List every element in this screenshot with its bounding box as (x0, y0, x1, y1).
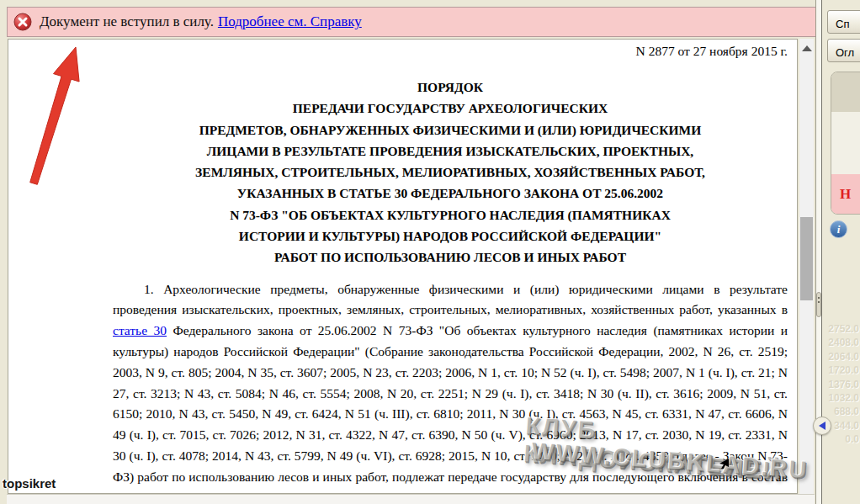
banner-help-link[interactable]: Подробнее см. Справку (218, 13, 362, 30)
document-page: N 2877 от 27 ноября 2015 г. ПОРЯДОК ПЕРЕ… (8, 39, 798, 494)
paragraph-text-before-link: 1. Археологические предметы, обнаруженны… (113, 282, 788, 317)
article-30-link[interactable]: статье 30 (113, 323, 167, 337)
banner-text: Документ не вступил в силу. (40, 13, 214, 30)
info-icon[interactable]: i (830, 220, 847, 238)
paragraph-text-after-link: Федерального закона от 25.06.2002 N 73-Ф… (113, 323, 788, 494)
document-paragraph: 1. Археологические предметы, обнаруженны… (113, 279, 788, 494)
pink-marker-label: Н (840, 186, 851, 203)
section-marker-top[interactable] (831, 72, 860, 112)
legal-document-viewer-window: Документ не вступил в силу. Подробнее см… (0, 0, 860, 504)
toc-button[interactable]: Огл (827, 39, 860, 62)
document-scrollbar[interactable] (799, 39, 814, 494)
section-marker-middle[interactable] (831, 112, 860, 174)
document-number: N 2877 от 27 ноября 2015 г. (113, 44, 788, 59)
not-in-force-banner: Документ не вступил в силу. Подробнее см… (7, 7, 816, 37)
document-content: N 2877 от 27 ноября 2015 г. ПОРЯДОК ПЕРЕ… (8, 44, 797, 494)
section-marker-warning[interactable]: Н (831, 174, 860, 214)
error-x-icon (13, 13, 32, 31)
scroll-up-arrow-icon[interactable] (802, 45, 812, 51)
back-navigation-button[interactable] (813, 416, 831, 435)
document-section-stack: Н (831, 72, 860, 215)
scrollbar-thumb[interactable] (800, 217, 813, 300)
document-title: ПОРЯДОК ПЕРЕДАЧИ ГОСУДАРСТВУ АРХЕОЛОГИЧЕ… (113, 77, 788, 268)
bottom-strip (7, 494, 815, 504)
help-button[interactable]: Сп (827, 10, 860, 34)
